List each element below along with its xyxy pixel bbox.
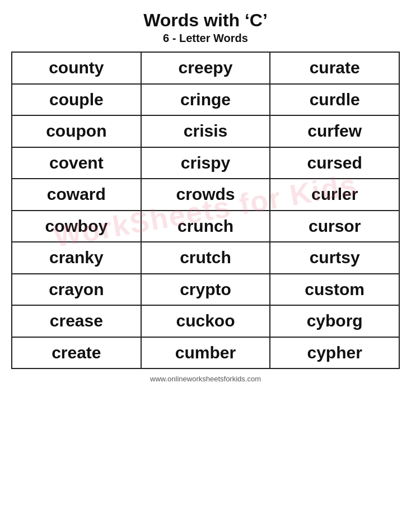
- word-cell: cursor: [270, 211, 399, 242]
- footer-url: www.onlineworksheetsforkids.com: [150, 375, 261, 383]
- word-cell: couple: [12, 84, 141, 116]
- word-cell: cowboy: [12, 211, 141, 242]
- word-cell: crutch: [141, 242, 270, 274]
- word-cell: coupon: [12, 115, 141, 147]
- word-cell: custom: [270, 274, 399, 306]
- word-cell: crease: [12, 305, 141, 337]
- word-cell: create: [12, 337, 141, 369]
- word-cell: cringe: [141, 84, 270, 116]
- table-row: createcumbercypher: [12, 337, 399, 369]
- table-row: cowardcrowdscurler: [12, 179, 399, 211]
- word-cell: curate: [270, 52, 399, 84]
- word-cell: creepy: [141, 52, 270, 84]
- word-cell: crunch: [141, 211, 270, 242]
- word-table: countycreepycuratecouplecringecurdlecoup…: [11, 52, 400, 369]
- word-cell: cumber: [141, 337, 270, 369]
- word-cell: crispy: [141, 147, 270, 179]
- word-cell: covent: [12, 147, 141, 179]
- word-cell: cursed: [270, 147, 399, 179]
- word-cell: curdle: [270, 84, 399, 116]
- table-row: coventcrispycursed: [12, 147, 399, 179]
- table-row: cowboycrunchcursor: [12, 211, 399, 242]
- word-cell: crisis: [141, 115, 270, 147]
- word-cell: curler: [270, 179, 399, 211]
- table-row: creasecuckoocyborg: [12, 305, 399, 337]
- word-cell: crowds: [141, 179, 270, 211]
- word-cell: cranky: [12, 242, 141, 274]
- word-cell: curfew: [270, 115, 399, 147]
- word-cell: coward: [12, 179, 141, 211]
- word-cell: crypto: [141, 274, 270, 306]
- word-cell: cyborg: [270, 305, 399, 337]
- table-row: couponcrisiscurfew: [12, 115, 399, 147]
- table-row: crayoncryptocustom: [12, 274, 399, 306]
- table-row: countycreepycurate: [12, 52, 399, 84]
- page-subtitle: 6 - Letter Words: [163, 32, 248, 45]
- word-cell: curtsy: [270, 242, 399, 274]
- word-cell: cuckoo: [141, 305, 270, 337]
- word-cell: county: [12, 52, 141, 84]
- word-cell: cypher: [270, 337, 399, 369]
- table-row: crankycrutchcurtsy: [12, 242, 399, 274]
- page-title: Words with ‘C’: [143, 10, 268, 31]
- table-row: couplecringecurdle: [12, 84, 399, 116]
- word-cell: crayon: [12, 274, 141, 306]
